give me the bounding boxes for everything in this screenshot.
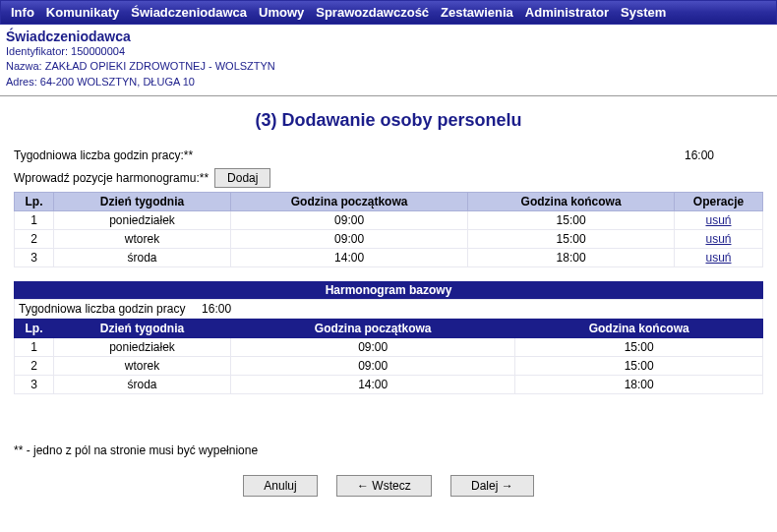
provider-info: Świadczeniodawca Identyfikator: 15000000… [0, 25, 777, 96]
provider-address: Adres: 64-200 WOLSZTYN, DŁUGA 10 [6, 75, 771, 89]
menu-swiadczeniodawca[interactable]: Świadczeniodawca [125, 3, 253, 22]
cell-start: 14:00 [231, 376, 515, 394]
col-start: Godzina początkowa [231, 320, 515, 338]
provider-name: Nazwa: ZAKŁAD OPIEKI ZDROWOTNEJ - WOLSZT… [6, 59, 771, 74]
base-hours-row: Tygodniowa liczba godzin pracy 16:00 [14, 299, 763, 319]
menu-info[interactable]: Info [5, 3, 40, 22]
cell-day: wtorek [54, 230, 231, 249]
col-end: Godzina końcowa [515, 320, 763, 338]
base-hours-value: 16:00 [202, 302, 231, 316]
col-ops: Operacje [675, 193, 763, 211]
schedule-table: Lp. Dzień tygodnia Godzina początkowa Go… [14, 192, 763, 267]
cell-end: 18:00 [515, 376, 763, 394]
cell-end: 15:00 [468, 230, 675, 249]
add-positions-label: Wprowadź pozycje harmonogramu:** [14, 171, 209, 185]
cell-start: 14:00 [231, 249, 468, 267]
col-day: Dzień tygodnia [54, 320, 231, 338]
cell-day: wtorek [54, 357, 231, 376]
menu-sprawozdawczosc[interactable]: Sprawozdawczość [310, 3, 435, 22]
page-title: (3) Dodawanie osoby personelu [0, 110, 777, 131]
menu-umowy[interactable]: Umowy [253, 3, 310, 22]
cell-start: 09:00 [231, 338, 515, 357]
footnote: ** - jedno z pól na stronie musi być wyp… [14, 443, 763, 457]
table-row: 3 środa 14:00 18:00 usuń [15, 249, 763, 267]
add-button[interactable]: Dodaj [214, 168, 270, 188]
base-schedule-title: Harmonogram bazowy [14, 281, 763, 299]
table-row: 1 poniedziałek 09:00 15:00 usuń [15, 211, 763, 230]
cell-start: 09:00 [231, 357, 515, 376]
cell-day: poniedziałek [54, 211, 231, 230]
wizard-buttons: Anuluj ← Wstecz Dalej → [14, 475, 763, 508]
next-button[interactable]: Dalej → [450, 475, 534, 497]
menu-system[interactable]: System [615, 3, 672, 22]
col-start: Godzina początkowa [231, 193, 468, 211]
cell-end: 15:00 [515, 357, 763, 376]
col-lp: Lp. [15, 193, 54, 211]
cell-end: 15:00 [468, 211, 675, 230]
table-row: 1 poniedziałek 09:00 15:00 [15, 338, 763, 357]
table-row: 2 wtorek 09:00 15:00 [15, 357, 763, 376]
provider-id: Identyfikator: 150000004 [6, 44, 771, 59]
cancel-button[interactable]: Anuluj [243, 475, 317, 497]
cell-lp: 3 [15, 376, 54, 394]
delete-link[interactable]: usuń [705, 232, 731, 246]
cell-lp: 2 [15, 230, 54, 249]
menu-komunikaty[interactable]: Komunikaty [40, 3, 125, 22]
col-end: Godzina końcowa [468, 193, 675, 211]
delete-link[interactable]: usuń [705, 213, 731, 227]
cell-day: poniedziałek [54, 338, 231, 357]
weekly-hours-value: 16:00 [685, 148, 763, 162]
cell-day: środa [54, 376, 231, 394]
cell-end: 15:00 [515, 338, 763, 357]
cell-lp: 1 [15, 338, 54, 357]
cell-day: środa [54, 249, 231, 267]
menu-zestawienia[interactable]: Zestawienia [435, 3, 519, 22]
cell-lp: 3 [15, 249, 54, 267]
cell-start: 09:00 [231, 230, 468, 249]
weekly-hours-label: Tygodniowa liczba godzin pracy:** [14, 148, 685, 162]
base-hours-label: Tygodniowa liczba godzin pracy [19, 302, 185, 316]
base-schedule-table: Lp. Dzień tygodnia Godzina początkowa Go… [14, 319, 763, 394]
col-day: Dzień tygodnia [54, 193, 231, 211]
cell-lp: 2 [15, 357, 54, 376]
menu-administrator[interactable]: Administrator [519, 3, 615, 22]
table-row: 3 środa 14:00 18:00 [15, 376, 763, 394]
provider-header: Świadczeniodawca [6, 29, 771, 44]
cell-end: 18:00 [468, 249, 675, 267]
main-menu: Info Komunikaty Świadczeniodawca Umowy S… [0, 0, 777, 25]
col-lp: Lp. [15, 320, 54, 338]
cell-lp: 1 [15, 211, 54, 230]
delete-link[interactable]: usuń [705, 251, 731, 265]
back-button[interactable]: ← Wstecz [336, 475, 432, 497]
cell-start: 09:00 [231, 211, 468, 230]
table-row: 2 wtorek 09:00 15:00 usuń [15, 230, 763, 249]
